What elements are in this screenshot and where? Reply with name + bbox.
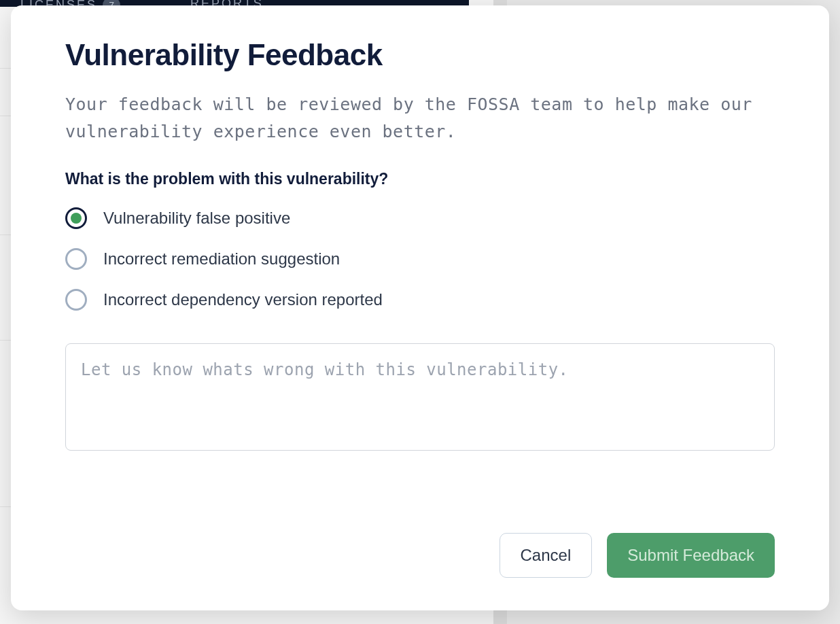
- modal-buttons: Cancel Submit Feedback: [65, 506, 775, 578]
- modal-question: What is the problem with this vulnerabil…: [65, 170, 775, 188]
- radio-false-positive[interactable]: Vulnerability false positive: [65, 207, 775, 229]
- submit-feedback-button[interactable]: Submit Feedback: [607, 533, 775, 578]
- bg-divider: [0, 506, 11, 507]
- bg-divider: [0, 68, 11, 69]
- radio-label: Vulnerability false positive: [103, 209, 290, 228]
- bg-divider: [0, 340, 11, 341]
- radio-incorrect-dependency[interactable]: Incorrect dependency version reported: [65, 289, 775, 311]
- bg-divider: [0, 116, 11, 116]
- radio-icon: [65, 207, 87, 229]
- radio-label: Incorrect remediation suggestion: [103, 249, 340, 268]
- modal-title: Vulnerability Feedback: [65, 38, 775, 72]
- feedback-textarea[interactable]: [65, 343, 775, 451]
- vulnerability-feedback-modal: Vulnerability Feedback Your feedback wil…: [11, 5, 829, 610]
- modal-description: Your feedback will be reviewed by the FO…: [65, 91, 775, 145]
- radio-dot-icon: [71, 213, 82, 224]
- radio-icon: [65, 289, 87, 311]
- radio-incorrect-remediation[interactable]: Incorrect remediation suggestion: [65, 248, 775, 270]
- radio-icon: [65, 248, 87, 270]
- bg-divider: [0, 235, 11, 235]
- radio-group: Vulnerability false positive Incorrect r…: [65, 207, 775, 311]
- radio-label: Incorrect dependency version reported: [103, 290, 383, 309]
- cancel-button[interactable]: Cancel: [500, 533, 593, 578]
